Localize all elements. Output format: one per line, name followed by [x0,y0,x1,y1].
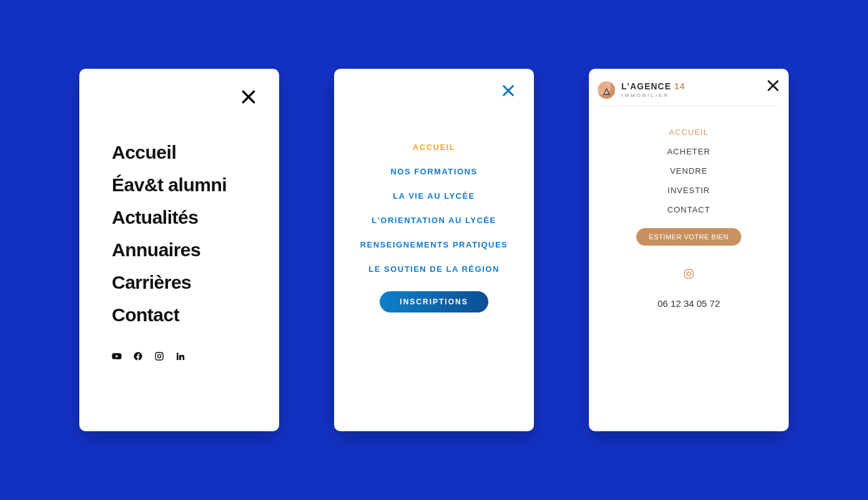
nav-item-vie-lycee[interactable]: LA VIE AU LYCÉE [393,191,475,201]
nav-item-soutien-region[interactable]: LE SOUTIEN DE LA RÉGION [368,264,500,274]
svg-point-3 [157,354,160,358]
svg-point-11 [691,271,692,272]
nav-item-orientation[interactable]: L'ORIENTATION AU LYCÉE [372,216,496,225]
nav-item-annuaires[interactable]: Annuaires [112,239,227,261]
nav-item-accueil[interactable]: ACCUEIL [669,128,708,137]
svg-rect-2 [155,352,163,360]
nav-item-actualites[interactable]: Actualités [112,206,227,229]
close-icon[interactable] [766,79,780,92]
nav-item-alumni[interactable]: Éav&t alumni [112,174,227,196]
brand-header: △ L'AGENCE 14 IMMOBILIER [598,79,780,106]
facebook-icon[interactable] [133,351,143,361]
inscriptions-button[interactable]: INSCRIPTIONS [380,291,488,312]
svg-rect-9 [684,269,693,278]
close-icon[interactable] [501,84,515,98]
svg-point-4 [161,354,162,354]
brand-name: L'AGENCE [621,81,671,91]
nav-list: ACCUEIL NOS FORMATIONS LA VIE AU LYCÉE L… [334,142,534,312]
close-icon[interactable] [240,89,257,105]
social-row [112,351,185,361]
nav-item-formations[interactable]: NOS FORMATIONS [390,167,477,176]
nav-item-vendre[interactable]: VENDRE [670,166,708,176]
brand-number: 14 [674,81,686,91]
nav-item-carrieres[interactable]: Carrières [112,271,227,294]
nav-item-contact[interactable]: Contact [112,304,227,326]
linkedin-icon[interactable] [175,351,185,361]
instagram-icon[interactable] [154,351,164,361]
nav-item-acheter[interactable]: ACHETER [667,147,710,156]
menu-card-3: △ L'AGENCE 14 IMMOBILIER ACCUEIL ACHETER… [589,69,789,431]
youtube-icon[interactable] [112,351,122,361]
phone-number[interactable]: 06 12 34 05 72 [658,298,720,309]
nav-list: ACCUEIL ACHETER VENDRE INVESTIR CONTACT … [589,128,789,309]
stage: Accueil Éav&t alumni Actualités Annuaire… [0,0,868,500]
instagram-icon[interactable] [683,268,694,279]
svg-point-10 [687,272,691,276]
nav-item-investir[interactable]: INVESTIR [668,186,710,195]
menu-card-1: Accueil Éav&t alumni Actualités Annuaire… [79,69,279,431]
brand-logo-text: L'AGENCE 14 IMMOBILIER [621,82,685,98]
brand-logo-icon: △ [598,81,615,99]
brand-subtitle: IMMOBILIER [621,93,685,98]
nav-item-accueil[interactable]: ACCUEIL [413,142,455,152]
estimate-button[interactable]: ESTIMER VOTRE BIEN [636,228,741,246]
nav-list: Accueil Éav&t alumni Actualités Annuaire… [112,141,227,326]
menu-card-2: ACCUEIL NOS FORMATIONS LA VIE AU LYCÉE L… [334,69,534,431]
nav-item-renseignements[interactable]: RENSEIGNEMENTS PRATIQUES [360,240,508,249]
nav-item-accueil[interactable]: Accueil [112,141,227,164]
nav-item-contact[interactable]: CONTACT [668,205,711,214]
